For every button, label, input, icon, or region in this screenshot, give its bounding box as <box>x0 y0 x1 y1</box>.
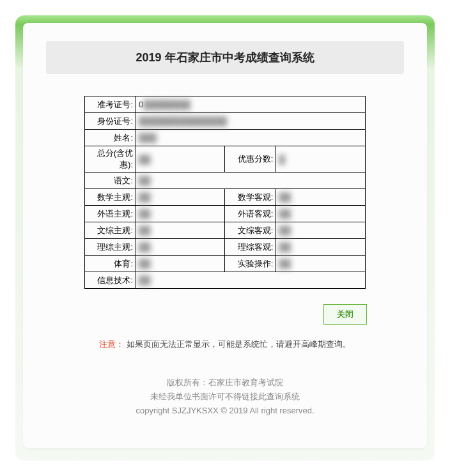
notice-key: 注意： <box>99 339 124 349</box>
value-foreign-subj: ██ <box>136 206 225 222</box>
close-button[interactable]: 关闭 <box>323 304 367 325</box>
row-name: 姓名: ███ <box>85 130 366 146</box>
row-math: 数学主观: ██ 数学客观: ██ <box>85 189 366 206</box>
score-table: 准考证号: 0████████ 身份证号: ███████████████ 姓名… <box>84 96 366 289</box>
label-it: 信息技术: <box>85 272 136 289</box>
footer-line-2: 未经我单位书面许可不得链接此查询系统 <box>46 390 404 404</box>
score-table-wrap: 准考证号: 0████████ 身份证号: ███████████████ 姓名… <box>46 96 404 289</box>
gradient-border: 2019 年石家庄市中考成绩查询系统 准考证号: 0████████ 身份证号:… <box>15 15 435 461</box>
value-wenzong-subj: ██ <box>136 222 225 239</box>
value-wenzong-obj: ██ <box>276 222 366 239</box>
label-wenzong-obj: 文综客观: <box>225 222 276 239</box>
page-root: 2019 年石家庄市中考成绩查询系统 准考证号: 0████████ 身份证号:… <box>0 0 450 476</box>
notice: 注意： 如果页面无法正常显示，可能是系统忙，请避开高峰期查询。 <box>46 339 404 350</box>
value-name: ███ <box>136 130 366 146</box>
value-math-obj: ██ <box>276 189 366 206</box>
row-foreign: 外语主观: ██ 外语客观: ██ <box>85 206 366 222</box>
row-idno: 身份证号: ███████████████ <box>85 113 366 130</box>
label-foreign-subj: 外语主观: <box>85 206 136 222</box>
value-math-subj: ██ <box>136 189 225 206</box>
row-it: 信息技术: ██ <box>85 272 366 289</box>
footer-line-1: 版权所有：石家庄市教育考试院 <box>46 376 404 390</box>
notice-text: 如果页面无法正常显示，可能是系统忙，请避开高峰期查询。 <box>127 339 351 349</box>
row-admission: 准考证号: 0████████ <box>85 96 366 113</box>
row-total: 总分(含优惠): ██ 优惠分数: █ <box>85 146 366 173</box>
label-lizong-obj: 理综客观: <box>225 239 276 256</box>
page-title: 2019 年石家庄市中考成绩查询系统 <box>46 41 404 74</box>
label-pe: 体育: <box>85 256 136 272</box>
label-math-subj: 数学主观: <box>85 189 136 206</box>
value-chinese: ██ <box>136 173 366 189</box>
value-lizong-obj: ██ <box>276 239 366 256</box>
button-row: 关闭 <box>46 304 404 325</box>
label-experiment: 实验操作: <box>225 256 276 272</box>
row-lizong: 理综主观: ██ 理综客观: ██ <box>85 239 366 256</box>
label-wenzong-subj: 文综主观: <box>85 222 136 239</box>
value-discount: █ <box>276 146 366 173</box>
footer-line-3: copyright SJZJYKSXX © 2019 All right res… <box>46 404 404 418</box>
label-total: 总分(含优惠): <box>85 146 136 173</box>
row-wenzong: 文综主观: ██ 文综客观: ██ <box>85 222 366 239</box>
value-foreign-obj: ██ <box>276 206 366 222</box>
value-lizong-subj: ██ <box>136 239 225 256</box>
row-pe-exp: 体育: ██ 实验操作: ██ <box>85 256 366 272</box>
label-chinese: 语文: <box>85 173 136 189</box>
value-total: ██ <box>136 146 225 173</box>
footer: 版权所有：石家庄市教育考试院 未经我单位书面许可不得链接此查询系统 copyri… <box>46 376 404 418</box>
label-id-no: 身份证号: <box>85 113 136 130</box>
label-lizong-subj: 理综主观: <box>85 239 136 256</box>
label-admission-no: 准考证号: <box>85 96 136 113</box>
value-it: ██ <box>136 272 366 289</box>
label-name: 姓名: <box>85 130 136 146</box>
label-discount: 优惠分数: <box>225 146 276 173</box>
value-id-no: ███████████████ <box>136 113 366 130</box>
row-chinese: 语文: ██ <box>85 173 366 189</box>
value-admission-no: 0████████ <box>136 96 366 113</box>
label-math-obj: 数学客观: <box>225 189 276 206</box>
label-foreign-obj: 外语客观: <box>225 206 276 222</box>
value-experiment: ██ <box>276 256 366 272</box>
content-card: 2019 年石家庄市中考成绩查询系统 准考证号: 0████████ 身份证号:… <box>23 23 427 448</box>
value-pe: ██ <box>136 256 225 272</box>
